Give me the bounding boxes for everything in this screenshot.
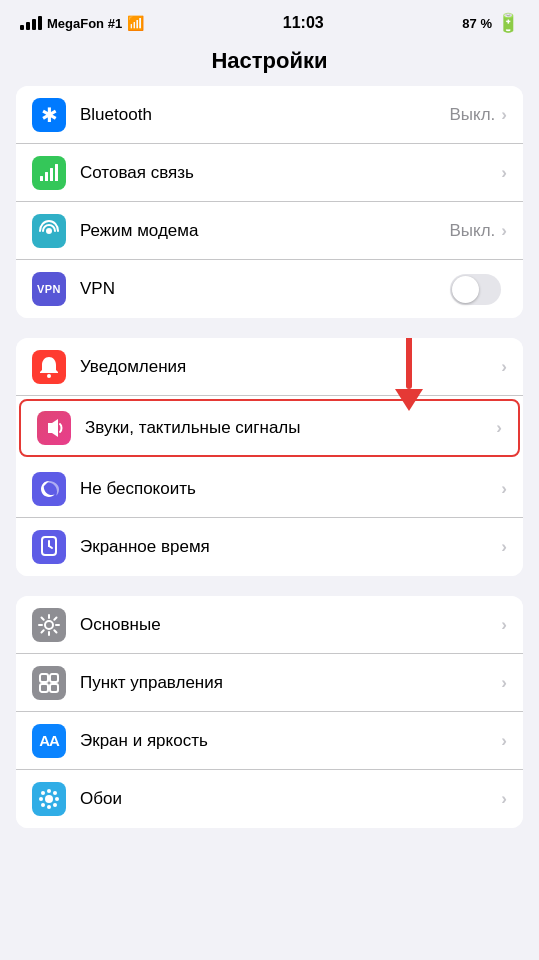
section-notifications: Уведомления › Звуки, тактильные сигналы … — [16, 338, 523, 576]
svg-point-20 — [41, 791, 45, 795]
chevron-icon: › — [501, 789, 507, 809]
hotspot-label: Режим модема — [80, 221, 449, 241]
donotdisturb-label: Не беспокоить — [80, 479, 501, 499]
sounds-icon — [37, 411, 71, 445]
vpn-text: VPN — [33, 282, 65, 296]
notifications-label: Уведомления — [80, 357, 501, 377]
carrier-label: MegaFon #1 — [47, 16, 122, 31]
svg-marker-6 — [48, 419, 58, 437]
chevron-icon: › — [496, 418, 502, 438]
section-general: Основные › Пункт управления › AA Экран и… — [16, 596, 523, 828]
svg-point-21 — [53, 791, 57, 795]
notifications-icon — [32, 350, 66, 384]
status-left: MegaFon #1 📶 — [20, 15, 144, 31]
sounds-label: Звуки, тактильные сигналы — [85, 418, 496, 438]
chevron-icon: › — [501, 615, 507, 635]
cellular-label: Сотовая связь — [80, 163, 501, 183]
toggle-knob — [452, 276, 479, 303]
controlcenter-icon — [32, 666, 66, 700]
chevron-icon: › — [501, 357, 507, 377]
svg-point-16 — [47, 789, 51, 793]
chevron-icon: › — [501, 105, 507, 125]
status-time: 11:03 — [283, 14, 324, 32]
bluetooth-label: Bluetooth — [80, 105, 449, 125]
sounds-row-wrapper: Звуки, тактильные сигналы › — [16, 399, 523, 457]
controlcenter-label: Пункт управления — [80, 673, 501, 693]
row-sounds[interactable]: Звуки, тактильные сигналы › — [19, 399, 520, 457]
svg-rect-14 — [50, 684, 58, 692]
arrow-shaft — [406, 338, 412, 389]
row-general[interactable]: Основные › — [16, 596, 523, 654]
row-notifications[interactable]: Уведомления › — [16, 338, 523, 396]
row-wallpaper[interactable]: Обои › — [16, 770, 523, 828]
vpn-label: VPN — [80, 279, 450, 299]
screentime-label: Экранное время — [80, 537, 501, 557]
donotdisturb-icon — [32, 472, 66, 506]
svg-rect-1 — [45, 172, 48, 181]
svg-rect-11 — [40, 674, 48, 682]
row-hotspot[interactable]: Режим модема Выкл. › — [16, 202, 523, 260]
svg-point-15 — [45, 795, 53, 803]
svg-line-9 — [49, 546, 52, 548]
row-cellular[interactable]: Сотовая связь › — [16, 144, 523, 202]
chevron-icon: › — [501, 163, 507, 183]
svg-point-18 — [39, 797, 43, 801]
svg-rect-2 — [50, 168, 53, 181]
battery-percent: 87 % — [462, 16, 492, 31]
section-connectivity: ✱ Bluetooth Выкл. › Сотовая связь › Режи — [16, 86, 523, 318]
general-label: Основные — [80, 615, 501, 635]
row-display[interactable]: AA Экран и яркость › — [16, 712, 523, 770]
svg-point-4 — [46, 228, 52, 234]
row-vpn[interactable]: VPN VPN — [16, 260, 523, 318]
chevron-icon: › — [501, 479, 507, 499]
svg-rect-3 — [55, 164, 58, 181]
svg-point-19 — [55, 797, 59, 801]
svg-point-10 — [45, 621, 53, 629]
display-icon: AA — [32, 724, 66, 758]
hotspot-icon — [32, 214, 66, 248]
svg-rect-12 — [50, 674, 58, 682]
red-arrow — [395, 338, 423, 411]
status-bar: MegaFon #1 📶 11:03 87 % 🔋 — [0, 0, 539, 40]
svg-rect-13 — [40, 684, 48, 692]
cellular-icon — [32, 156, 66, 190]
chevron-icon: › — [501, 673, 507, 693]
signal-bars — [20, 16, 42, 30]
wallpaper-label: Обои — [80, 789, 501, 809]
row-donotdisturb[interactable]: Не беспокоить › — [16, 460, 523, 518]
page-title: Настройки — [0, 40, 539, 86]
svg-point-23 — [53, 803, 57, 807]
arrow-head — [395, 389, 423, 411]
chevron-icon: › — [501, 731, 507, 751]
chevron-icon: › — [501, 221, 507, 241]
status-right: 87 % 🔋 — [462, 12, 519, 34]
display-label: Экран и яркость — [80, 731, 501, 751]
chevron-icon: › — [501, 537, 507, 557]
general-icon — [32, 608, 66, 642]
bluetooth-icon: ✱ — [32, 98, 66, 132]
hotspot-value: Выкл. — [449, 221, 495, 241]
battery-icon: 🔋 — [497, 12, 519, 34]
svg-point-5 — [47, 374, 51, 378]
row-screentime[interactable]: Экранное время › — [16, 518, 523, 576]
svg-point-17 — [47, 805, 51, 809]
wallpaper-icon — [32, 782, 66, 816]
vpn-toggle[interactable] — [450, 274, 501, 305]
svg-point-22 — [41, 803, 45, 807]
vpn-icon: VPN — [32, 272, 66, 306]
bluetooth-value: Выкл. — [449, 105, 495, 125]
row-bluetooth[interactable]: ✱ Bluetooth Выкл. › — [16, 86, 523, 144]
row-controlcenter[interactable]: Пункт управления › — [16, 654, 523, 712]
screentime-icon — [32, 530, 66, 564]
wifi-icon: 📶 — [127, 15, 144, 31]
svg-rect-0 — [40, 176, 43, 181]
